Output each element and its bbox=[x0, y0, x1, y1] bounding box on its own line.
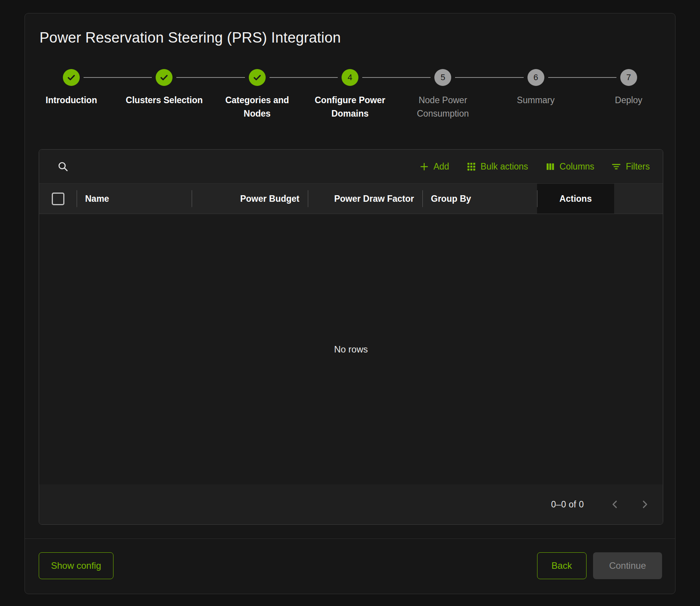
nav-buttons-group: Back Continue bbox=[537, 552, 662, 579]
continue-button[interactable]: Continue bbox=[593, 552, 662, 579]
step-number: 4 bbox=[348, 72, 352, 82]
step-number: 5 bbox=[440, 72, 445, 82]
bulk-actions-button[interactable]: Bulk actions bbox=[466, 161, 528, 172]
empty-rows-message: No rows bbox=[334, 344, 368, 355]
step-label: Deploy bbox=[615, 94, 642, 107]
step-indicator: 6 bbox=[527, 69, 544, 86]
filter-icon bbox=[611, 161, 621, 172]
chevron-left-icon[interactable] bbox=[606, 496, 624, 513]
step-indicator: 5 bbox=[434, 69, 451, 86]
select-all-cell bbox=[39, 184, 77, 214]
add-button-label: Add bbox=[434, 161, 449, 172]
column-header-actions: Actions bbox=[537, 184, 614, 214]
step-number: 7 bbox=[626, 72, 631, 82]
chevron-right-icon[interactable] bbox=[636, 496, 654, 513]
page-title: Power Reservation Steering (PRS) Integra… bbox=[39, 30, 675, 46]
step-indicator[interactable] bbox=[156, 69, 173, 86]
wizard-card: Power Reservation Steering (PRS) Integra… bbox=[25, 13, 675, 594]
step-label: Configure Power Domains bbox=[308, 94, 392, 120]
wizard-action-bar: Show config Back Continue bbox=[39, 552, 662, 579]
step-indicator[interactable] bbox=[249, 69, 266, 86]
show-config-button[interactable]: Show config bbox=[39, 552, 113, 579]
table-toolbar: Add Bulk actions Colum bbox=[39, 150, 663, 184]
step-deploy: 7 Deploy bbox=[582, 69, 675, 120]
search-icon[interactable] bbox=[57, 160, 69, 173]
step-label: Categories and Nodes bbox=[215, 94, 299, 120]
step-introduction[interactable]: Introduction bbox=[25, 69, 118, 120]
table-body: No rows bbox=[39, 214, 663, 484]
table-header-row: Name Power Budget Power Draw Factor Grou… bbox=[39, 184, 663, 214]
step-indicator[interactable] bbox=[63, 69, 80, 86]
step-node-power-consumption: 5 Node Power Consumption bbox=[396, 69, 489, 120]
step-clusters-selection[interactable]: Clusters Selection bbox=[118, 69, 210, 120]
step-summary: 6 Summary bbox=[489, 69, 582, 120]
grid-icon bbox=[466, 161, 477, 172]
step-label: Introduction bbox=[46, 94, 97, 107]
step-label: Summary bbox=[517, 94, 554, 107]
footer-divider bbox=[25, 538, 675, 539]
pagination-range-label: 0–0 of 0 bbox=[551, 499, 584, 510]
filters-button-label: Filters bbox=[626, 161, 650, 172]
columns-icon bbox=[545, 161, 555, 172]
plus-icon bbox=[419, 161, 429, 172]
bulk-actions-label: Bulk actions bbox=[481, 161, 528, 172]
wizard-stepper: Introduction Clusters Selection Categori… bbox=[25, 69, 675, 120]
step-configure-power-domains[interactable]: 4 Configure Power Domains bbox=[304, 69, 396, 120]
column-header-power-budget[interactable]: Power Budget bbox=[192, 184, 308, 214]
step-number: 6 bbox=[533, 72, 538, 82]
column-header-group-by[interactable]: Group By bbox=[422, 184, 537, 214]
check-icon bbox=[159, 72, 169, 82]
add-button[interactable]: Add bbox=[419, 161, 449, 172]
column-header-spacer bbox=[614, 184, 663, 214]
step-categories-and-nodes[interactable]: Categories and Nodes bbox=[211, 69, 304, 120]
step-indicator[interactable]: 4 bbox=[342, 69, 358, 86]
column-header-power-draw-factor[interactable]: Power Draw Factor bbox=[308, 184, 422, 214]
check-icon bbox=[66, 72, 76, 82]
step-indicator: 7 bbox=[620, 69, 637, 86]
select-all-checkbox[interactable] bbox=[52, 193, 64, 205]
step-label: Node Power Consumption bbox=[401, 94, 485, 120]
check-icon bbox=[252, 72, 262, 82]
step-label: Clusters Selection bbox=[126, 94, 203, 107]
power-domains-table: Add Bulk actions Colum bbox=[39, 149, 663, 525]
column-header-name[interactable]: Name bbox=[77, 184, 192, 214]
back-button[interactable]: Back bbox=[537, 552, 587, 579]
columns-button-label: Columns bbox=[560, 161, 595, 172]
filters-button[interactable]: Filters bbox=[611, 161, 650, 172]
table-pagination: 0–0 of 0 bbox=[39, 484, 663, 524]
columns-button[interactable]: Columns bbox=[545, 161, 595, 172]
